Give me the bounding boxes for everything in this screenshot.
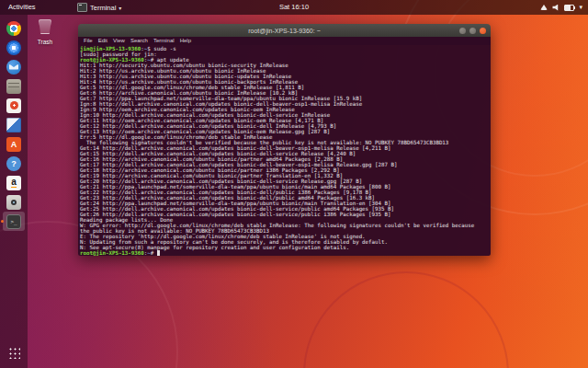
terminal-line: root@jin-XPS-13-9360:~# (80, 250, 491, 256)
system-tray[interactable]: ▾ (540, 0, 582, 15)
show-applications-icon (8, 347, 20, 359)
dock-item-ubuntu-software[interactable] (3, 134, 25, 154)
network-icon[interactable] (540, 5, 548, 10)
dock-item-help[interactable] (3, 154, 25, 173)
dock-item-chrome[interactable] (3, 18, 25, 38)
clock[interactable]: Sat 16:10 (0, 0, 588, 15)
chrome-icon (6, 21, 21, 36)
desktop: Activities Terminal ▾ Sat 16:10 ▾ Trash … (0, 0, 588, 368)
trash-icon (39, 19, 51, 34)
menu-help[interactable]: Help (177, 37, 194, 45)
trash-shortcut[interactable]: Trash (31, 19, 59, 45)
ubuntu-software-icon (6, 137, 21, 152)
dock (0, 15, 28, 368)
volume-icon[interactable] (552, 5, 560, 11)
menu-file[interactable]: File (81, 37, 96, 45)
dock-item-camera[interactable] (3, 192, 25, 212)
menu-terminal[interactable]: Terminal (151, 37, 177, 45)
terminal-window: root@jin-XPS-13-9360: ~ FileEditViewSear… (78, 24, 491, 256)
minimize-button[interactable] (459, 28, 466, 34)
top-bar: Activities Terminal ▾ Sat 16:10 ▾ (0, 0, 588, 15)
dock-item-terminal[interactable] (3, 212, 25, 231)
thunderbird-icon (6, 60, 21, 75)
wallpaper-decoration (303, 271, 509, 368)
close-button[interactable] (480, 28, 486, 34)
window-titlebar[interactable]: root@jin-XPS-13-9360: ~ (78, 24, 491, 37)
dock-item-chromium[interactable] (3, 38, 25, 57)
dock-item-thunderbird[interactable] (3, 57, 25, 76)
amazon-icon (6, 176, 21, 190)
trash-label: Trash (31, 39, 59, 45)
battery-icon[interactable] (564, 5, 574, 11)
rhythmbox-icon (6, 98, 21, 113)
files-icon (6, 79, 21, 94)
terminal-cursor (157, 250, 160, 256)
terminal-menubar: FileEditViewSearchTerminalHelp (78, 37, 491, 45)
menu-search[interactable]: Search (128, 37, 151, 45)
dock-item-rhythmbox[interactable] (3, 96, 25, 115)
running-indicator (1, 220, 4, 223)
maximize-button[interactable] (469, 28, 476, 34)
chevron-down-icon[interactable]: ▾ (579, 0, 582, 15)
menu-view[interactable]: View (110, 37, 128, 45)
dock-item-amazon[interactable] (3, 173, 25, 192)
terminal-icon (6, 214, 21, 229)
dock-item-libreoffice-writer[interactable] (3, 115, 25, 134)
dock-item-files[interactable] (3, 76, 25, 96)
camera-icon (6, 195, 21, 210)
terminal-output[interactable]: jin@jin-XPS-13-9360:~$ sudo -s[sudo] pas… (78, 45, 491, 256)
libreoffice-writer-icon (6, 118, 21, 132)
show-applications-button[interactable] (3, 343, 25, 362)
window-title: root@jin-XPS-13-9360: ~ (248, 28, 321, 34)
window-controls (459, 28, 486, 34)
help-icon (6, 156, 21, 171)
chromium-icon (6, 40, 21, 55)
menu-edit[interactable]: Edit (96, 37, 110, 45)
